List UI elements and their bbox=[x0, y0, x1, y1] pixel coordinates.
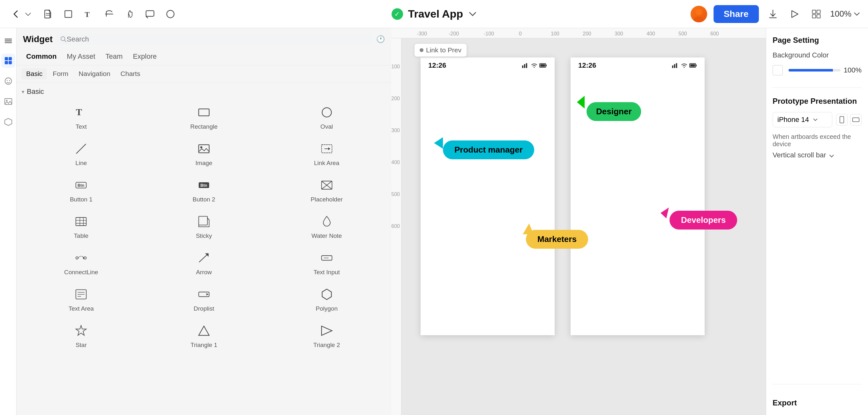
play-button[interactable] bbox=[787, 6, 802, 22]
file-button[interactable] bbox=[40, 6, 56, 22]
text-tool-button[interactable]: T bbox=[81, 6, 96, 22]
svg-rect-18 bbox=[4, 38, 11, 39]
orientation-buttons[interactable] bbox=[836, 114, 862, 125]
product-manager-label[interactable]: Product manager bbox=[443, 141, 534, 159]
widget-oval[interactable]: Oval bbox=[266, 99, 388, 135]
canvas-work-area[interactable]: Link to Prev 12:26 bbox=[401, 38, 766, 415]
widget-line[interactable]: Line bbox=[21, 136, 142, 171]
image-button[interactable] bbox=[1, 94, 15, 109]
scroll-option-selector[interactable]: Vertical scroll bar bbox=[773, 151, 862, 159]
title-chevron-icon[interactable] bbox=[468, 9, 477, 19]
search-input[interactable] bbox=[67, 35, 369, 43]
color-preview[interactable] bbox=[773, 65, 785, 75]
widget-text-area[interactable]: Text Area bbox=[21, 281, 142, 317]
subtab-basic[interactable]: Basic bbox=[22, 68, 47, 80]
tab-common[interactable]: Common bbox=[22, 51, 61, 63]
widget-link-area[interactable]: Link Area bbox=[266, 136, 388, 171]
widget-connect-line[interactable]: ConnectLine bbox=[21, 245, 142, 280]
product-manager-group: Product manager bbox=[443, 141, 534, 159]
hand-tool-button[interactable] bbox=[122, 6, 137, 22]
landscape-button[interactable] bbox=[850, 114, 862, 125]
grid-button[interactable] bbox=[809, 6, 824, 22]
widget-triangle1[interactable]: Triangle 1 bbox=[143, 318, 265, 353]
device-selector[interactable]: iPhone 14 bbox=[773, 112, 832, 127]
canvas-container[interactable]: -300 -200 -100 0 100 200 300 400 500 600… bbox=[391, 28, 766, 415]
tab-my-asset[interactable]: My Asset bbox=[62, 51, 99, 63]
history-icon[interactable]: 🕐 bbox=[376, 35, 385, 43]
widget-section-basic: ▾ Basic T Text bbox=[17, 82, 391, 357]
prototype-section: Prototype Presentation iPhone 14 bbox=[773, 97, 862, 159]
link-to-prev-button[interactable]: Link to Prev bbox=[414, 43, 467, 57]
svg-marker-13 bbox=[792, 10, 798, 17]
widget-sticky-icon bbox=[196, 213, 212, 230]
panel-spacer bbox=[773, 159, 862, 378]
avatar[interactable] bbox=[690, 6, 707, 22]
color-swatch[interactable] bbox=[773, 65, 783, 75]
svg-marker-30 bbox=[4, 118, 11, 125]
zoom-control[interactable]: 100% bbox=[830, 9, 861, 19]
marketers-label[interactable]: Marketers bbox=[526, 230, 588, 249]
shape-button[interactable] bbox=[163, 6, 178, 22]
product-manager-arrow-icon bbox=[434, 137, 445, 149]
developers-label[interactable]: Developers bbox=[670, 211, 737, 230]
device-row[interactable]: iPhone 14 bbox=[773, 112, 862, 127]
tab-explore[interactable]: Explore bbox=[128, 51, 161, 63]
widget-button[interactable] bbox=[1, 54, 15, 68]
widget-polygon[interactable]: Polygon bbox=[266, 281, 388, 317]
svg-rect-34 bbox=[199, 109, 209, 116]
strikethrough-button[interactable] bbox=[101, 6, 117, 22]
search-box[interactable] bbox=[57, 33, 372, 45]
svg-rect-28 bbox=[4, 99, 11, 105]
widget-connect-line-icon bbox=[73, 249, 89, 266]
subtab-form[interactable]: Form bbox=[48, 68, 73, 80]
layers-button[interactable] bbox=[1, 33, 15, 47]
widget-arrow[interactable]: Arrow bbox=[143, 245, 265, 280]
svg-text:Btn: Btn bbox=[200, 183, 207, 188]
widget-table[interactable]: Table bbox=[21, 209, 142, 244]
device-chevron-icon bbox=[813, 117, 818, 122]
widget-triangle2[interactable]: Triangle 2 bbox=[266, 318, 388, 353]
svg-marker-74 bbox=[522, 65, 523, 68]
back-button[interactable] bbox=[8, 6, 35, 22]
widget-placeholder[interactable]: Placeholder bbox=[266, 172, 388, 208]
widget-text-icon: T bbox=[73, 104, 89, 121]
export-label: Export bbox=[773, 398, 797, 407]
widget-button2[interactable]: Btn Button 2 bbox=[143, 172, 265, 208]
svg-point-29 bbox=[6, 100, 8, 101]
subtab-charts[interactable]: Charts bbox=[116, 68, 145, 80]
widget-rectangle[interactable]: Rectangle bbox=[143, 99, 265, 135]
component-button[interactable] bbox=[1, 115, 15, 129]
widget-droplist[interactable]: Droplist bbox=[143, 281, 265, 317]
opacity-slider[interactable] bbox=[788, 69, 841, 71]
widget-sticky[interactable]: Sticky bbox=[143, 209, 265, 244]
time-2: 12:26 bbox=[578, 61, 596, 69]
widget-image[interactable]: Image bbox=[143, 136, 265, 171]
sidebar-icon-strip bbox=[0, 28, 17, 415]
share-button[interactable]: Share bbox=[714, 5, 759, 23]
hand-tool-icon bbox=[124, 9, 135, 19]
widget-text-input[interactable]: Text Input bbox=[266, 245, 388, 280]
svg-point-9 bbox=[696, 9, 702, 15]
emoji-button[interactable] bbox=[1, 74, 15, 88]
widget-button1-label: Button 1 bbox=[70, 196, 93, 203]
widget-text-input-label: Text Input bbox=[313, 269, 340, 276]
comment-button[interactable] bbox=[142, 6, 158, 22]
widget-header: Widget 🕐 bbox=[17, 28, 391, 48]
download-button[interactable] bbox=[765, 6, 781, 22]
bg-color-control[interactable]: 100% bbox=[773, 65, 862, 75]
section-header-basic[interactable]: ▾ Basic bbox=[17, 85, 391, 98]
widget-water-note[interactable]: Water Note bbox=[266, 209, 388, 244]
tab-team[interactable]: Team bbox=[101, 51, 127, 63]
svg-marker-76 bbox=[526, 63, 527, 68]
subtab-navigation[interactable]: Navigation bbox=[74, 68, 115, 80]
svg-rect-16 bbox=[812, 14, 816, 18]
widget-text[interactable]: T Text bbox=[21, 99, 142, 135]
portrait-button[interactable] bbox=[836, 114, 847, 125]
widget-button1[interactable]: Btn Button 1 bbox=[21, 172, 142, 208]
svg-marker-73 bbox=[321, 326, 332, 335]
frame-button[interactable] bbox=[61, 6, 76, 22]
designer-label[interactable]: Designer bbox=[587, 102, 641, 121]
svg-rect-19 bbox=[4, 40, 11, 41]
scroll-setting-area: When artboards exceed the device Vertica… bbox=[773, 133, 862, 159]
widget-star[interactable]: Star bbox=[21, 318, 142, 353]
